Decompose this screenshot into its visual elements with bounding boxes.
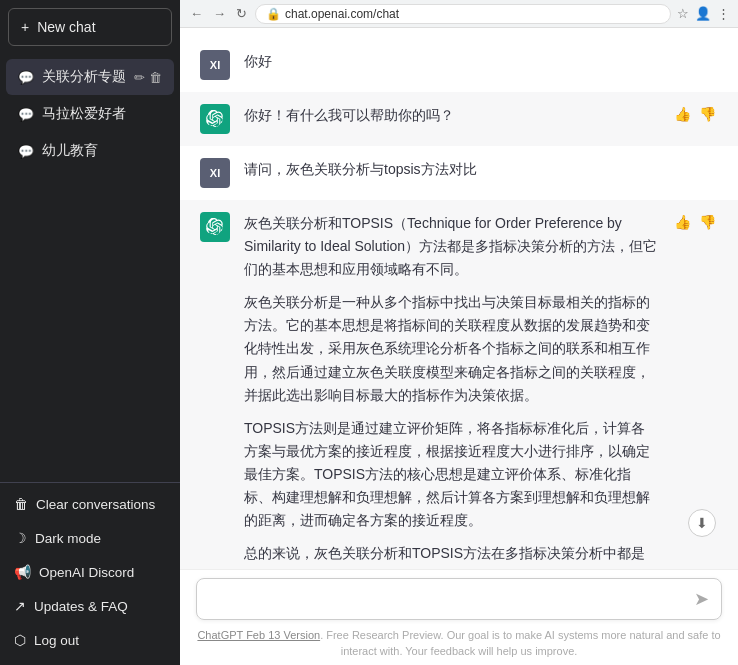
sidebar-item-youer[interactable]: 💬 幼儿教育 [6,133,174,169]
sidebar-item-label-2: 幼儿教育 [42,142,162,160]
thumbup-button-3[interactable]: 👍 [672,212,693,232]
message-content-1: 你好！有什么我可以帮助你的吗？ [244,104,658,127]
browser-right-icons: ☆ 👤 ⋮ [677,6,730,21]
message-row-2: XI 请问，灰色关联分析与topsis方法对比 [180,146,738,200]
chat-icon-1: 💬 [18,107,34,122]
sidebar-item-logout[interactable]: ⬡ Log out [0,623,180,657]
sidebar-items: 💬 关联分析专题 ✏ 🗑 💬 马拉松爱好者 💬 幼儿教育 [0,54,180,482]
footer-text: ChatGPT Feb 13 Version. Free Research Pr… [197,629,720,656]
lock-icon: 🔒 [266,7,281,21]
sidebar-item-label-1: 马拉松爱好者 [42,105,162,123]
bookmark-icon[interactable]: ☆ [677,6,689,21]
profile-icon[interactable]: 👤 [695,6,711,21]
message-content-3: 灰色关联分析和TOPSIS（Technique for Order Prefer… [244,212,658,569]
msg4-p0: 灰色关联分析和TOPSIS（Technique for Order Prefer… [244,212,658,281]
chat-input[interactable] [207,587,684,611]
sidebar-item-discord[interactable]: 📢 OpenAI Discord [0,555,180,589]
message-row-0: XI 你好 [180,38,738,92]
sidebar-bottom: 🗑 Clear conversations ☽ Dark mode 📢 Open… [0,482,180,665]
url-text: chat.openai.com/chat [285,7,399,21]
browser-bar: ← → ↻ 🔒 chat.openai.com/chat ☆ 👤 ⋮ [180,0,738,28]
message-row-3: 灰色关联分析和TOPSIS（Technique for Order Prefer… [180,200,738,569]
sidebar-item-dark[interactable]: ☽ Dark mode [0,521,180,555]
dark-label: Dark mode [35,531,101,546]
sidebar-item-guanlian[interactable]: 💬 关联分析专题 ✏ 🗑 [6,59,174,95]
sidebar-item-label-0: 关联分析专题 [42,68,126,86]
message-actions-1: 👍 👎 [672,104,718,124]
chat-icon-2: 💬 [18,144,34,159]
forward-button[interactable]: → [211,6,228,21]
main-area: ← → ↻ 🔒 chat.openai.com/chat ☆ 👤 ⋮ XI 你好 [180,0,738,665]
new-chat-label: New chat [37,19,95,35]
sidebar-item-actions-0: ✏ 🗑 [134,70,162,85]
msg4-p2: TOPSIS方法则是通过建立评价矩阵，将各指标标准化后，计算各方案与最优方案的接… [244,417,658,532]
message-content-0: 你好 [244,50,718,73]
thumbup-button-1[interactable]: 👍 [672,104,693,124]
footer-link[interactable]: ChatGPT Feb 13 Version [197,629,320,641]
chat-area: XI 你好 你好！有什么我可以帮助你的吗？ 👍 👎 [180,28,738,569]
message-content-2: 请问，灰色关联分析与topsis方法对比 [244,158,718,181]
trash-icon[interactable]: 🗑 [149,70,162,85]
msg4-p3: 总的来说，灰色关联分析和TOPSIS方法在多指标决策分析中都是常用的方法，但具体… [244,542,658,569]
thumbdown-button-1[interactable]: 👎 [697,104,718,124]
address-bar[interactable]: 🔒 chat.openai.com/chat [255,4,671,24]
sidebar-item-updates[interactable]: ↗ Updates & FAQ [0,589,180,623]
msg4-p1: 灰色关联分析是一种从多个指标中找出与决策目标最相关的指标的方法。它的基本思想是将… [244,291,658,406]
gpt-avatar-3 [200,212,230,242]
footer-notice: ChatGPT Feb 13 Version. Free Research Pr… [180,624,738,665]
thumbdown-button-3[interactable]: 👎 [697,212,718,232]
clear-label: Clear conversations [36,497,155,512]
input-area: ➤ [180,569,738,624]
discord-icon: 📢 [14,564,31,580]
chat-wrapper: XI 你好 你好！有什么我可以帮助你的吗？ 👍 👎 [180,28,738,665]
new-chat-button[interactable]: + New chat [8,8,172,46]
discord-label: OpenAI Discord [39,565,134,580]
send-button[interactable]: ➤ [692,588,711,610]
sidebar-top: + New chat [0,0,180,54]
trash-bottom-icon: 🗑 [14,496,28,512]
scroll-down-button[interactable]: ⬇ [688,509,716,537]
chat-icon-0: 💬 [18,70,34,85]
sidebar-item-malasong[interactable]: 💬 马拉松爱好者 [6,96,174,132]
updates-icon: ↗ [14,598,26,614]
edit-icon[interactable]: ✏ [134,70,145,85]
back-button[interactable]: ← [188,6,205,21]
message-actions-3: 👍 👎 [672,212,718,232]
logout-label: Log out [34,633,79,648]
logout-icon: ⬡ [14,632,26,648]
sidebar: + New chat 💬 关联分析专题 ✏ 🗑 💬 马拉松爱好者 💬 幼儿教育 … [0,0,180,665]
moon-icon: ☽ [14,530,27,546]
refresh-button[interactable]: ↻ [234,6,249,21]
user-avatar-2: XI [200,158,230,188]
menu-icon[interactable]: ⋮ [717,6,730,21]
sidebar-item-clear[interactable]: 🗑 Clear conversations [0,487,180,521]
user-avatar-0: XI [200,50,230,80]
message-row-1: 你好！有什么我可以帮助你的吗？ 👍 👎 [180,92,738,146]
input-box-wrap: ➤ [196,578,722,620]
gpt-avatar-1 [200,104,230,134]
updates-label: Updates & FAQ [34,599,128,614]
plus-icon: + [21,19,29,35]
